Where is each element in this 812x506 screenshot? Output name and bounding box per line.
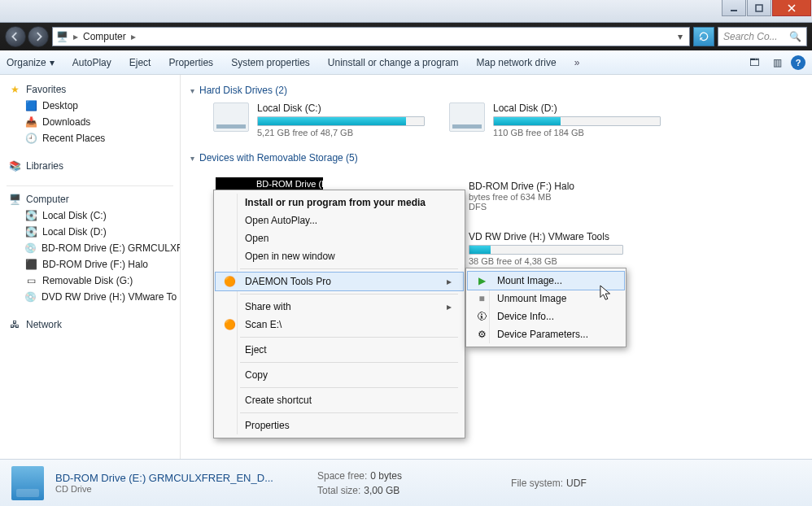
back-button[interactable] [5, 26, 26, 47]
ctx-share-with[interactable]: Share with▸ [216, 298, 463, 316]
chevron-right-icon: ▸ [73, 31, 78, 42]
search-box[interactable]: Search Co... 🔍 [718, 27, 807, 46]
sidebar-item-downloads[interactable]: 📥Downloads [3, 114, 177, 130]
computer-group[interactable]: 🖥️Computer [3, 191, 177, 207]
sub-unmount-image[interactable]: ■Unmount Image [468, 290, 624, 308]
preview-pane-button[interactable]: ▥ [768, 55, 786, 71]
drive-f-line2: bytes free of 634 MB [469, 192, 574, 202]
disk-icon: 💽 [24, 209, 37, 222]
submenu-arrow-icon: ▸ [447, 276, 452, 287]
category-hdd[interactable]: ▾Hard Disk Drives (2) [190, 85, 802, 96]
computer-icon: 🖥️ [56, 31, 68, 42]
ctx-properties[interactable]: Properties [216, 417, 463, 434]
autoplay-button[interactable]: AutoPlay [72, 57, 111, 68]
ctx-copy[interactable]: Copy [216, 366, 463, 384]
gear-icon: ⚙ [474, 329, 489, 340]
sub-device-info[interactable]: 🛈Device Info... [468, 308, 624, 325]
play-icon: ▶ [474, 275, 489, 286]
optical-icon: 💿 [24, 242, 37, 255]
view-mode-button[interactable]: 🗔 [745, 55, 763, 71]
drive-c[interactable]: Local Disk (C:) 5,21 GB free of 48,7 GB [213, 103, 425, 137]
libraries-icon: 📚 [8, 159, 21, 172]
network-icon: 🖧 [8, 318, 21, 331]
sidebar-item-local-d[interactable]: 💽Local Disk (D:) [3, 224, 177, 240]
sidebar-item-local-c[interactable]: 💽Local Disk (C:) [3, 207, 177, 224]
sidebar-item-bd-f[interactable]: ⬛BD-ROM Drive (F:) Halo [3, 256, 177, 273]
selected-item-type: CD Drive [55, 484, 273, 494]
address-bar[interactable]: 🖥️ ▸ Computer ▸ ▾ [52, 27, 690, 46]
capacity-bar [469, 245, 623, 255]
computer-icon: 🖥️ [8, 193, 21, 206]
optical-icon: 💿 [24, 290, 37, 303]
selected-item-title: BD-ROM Drive (E:) GRMCULXFRER_EN_D... [55, 472, 273, 484]
ctx-scan[interactable]: 🟠Scan E:\ [216, 316, 463, 334]
favorites-group[interactable]: ★Favorites [3, 81, 177, 98]
command-bar: Organize ▾ AutoPlay Eject Properties Sys… [0, 50, 812, 75]
help-button[interactable]: ? [791, 55, 805, 70]
navigation-bar: 🖥️ ▸ Computer ▸ ▾ Search Co... 🔍 [0, 23, 812, 50]
capacity-bar [257, 116, 425, 126]
collapse-icon: ▾ [190, 154, 194, 163]
minimize-button[interactable] [722, 0, 746, 16]
daemon-icon: 🟠 [222, 276, 237, 287]
maximize-button[interactable] [747, 0, 771, 16]
ctx-open[interactable]: Open [216, 229, 463, 247]
refresh-button[interactable] [693, 27, 714, 46]
address-dropdown[interactable]: ▾ [674, 31, 686, 42]
sub-device-parameters[interactable]: ⚙Device Parameters... [468, 325, 624, 343]
sidebar-item-bd-e[interactable]: 💿BD-ROM Drive (E:) GRMCULXF [3, 240, 177, 256]
navigation-pane: ★Favorites 🟦Desktop 📥Downloads 🕘Recent P… [0, 75, 181, 459]
close-button[interactable] [772, 0, 811, 16]
search-placeholder: Search Co... [723, 31, 778, 42]
usb-icon: ▭ [24, 274, 37, 287]
breadcrumb[interactable]: Computer [83, 31, 126, 42]
overflow-button[interactable]: » [574, 57, 580, 68]
libraries-group[interactable]: 📚Libraries [3, 158, 177, 174]
sidebar-item-removable-g[interactable]: ▭Removable Disk (G:) [3, 273, 177, 289]
properties-button[interactable]: Properties [168, 57, 213, 68]
category-removable[interactable]: ▾Devices with Removable Storage (5) [190, 152, 802, 164]
organize-menu[interactable]: Organize ▾ [7, 57, 55, 68]
recent-icon: 🕘 [24, 132, 37, 145]
ctx-open-autoplay[interactable]: Open AutoPlay... [216, 212, 463, 229]
search-icon: 🔍 [789, 31, 801, 42]
disk-icon [449, 103, 485, 132]
context-header: Install or run program from your media [216, 194, 463, 212]
stop-icon: ■ [474, 293, 489, 304]
drive-d[interactable]: Local Disk (D:) 110 GB free of 184 GB [449, 103, 661, 137]
ctx-daemon-tools[interactable]: 🟠DAEMON Tools Pro▸ [215, 272, 464, 291]
window-titlebar [0, 0, 812, 23]
desktop-icon: 🟦 [24, 99, 37, 112]
chevron-down-icon: ▾ [50, 57, 55, 68]
context-submenu: ▶Mount Image... ■Unmount Image 🛈Device I… [465, 268, 626, 347]
drive-h-label[interactable]: VD RW Drive (H:) VMware Tools [469, 231, 623, 242]
ctx-create-shortcut[interactable]: Create shortcut [216, 391, 463, 409]
star-icon: ★ [8, 83, 21, 96]
sidebar-item-desktop[interactable]: 🟦Desktop [3, 98, 177, 114]
drive-f-label[interactable]: BD-ROM Drive (F:) Halo [469, 181, 574, 192]
network-group[interactable]: 🖧Network [3, 316, 177, 333]
system-properties-button[interactable]: System properties [231, 57, 310, 68]
submenu-arrow-icon: ▸ [447, 301, 452, 312]
eject-button[interactable]: Eject [129, 57, 151, 68]
chevron-right-icon: ▸ [131, 31, 136, 42]
svg-rect-1 [756, 5, 762, 11]
uninstall-button[interactable]: Uninstall or change a program [328, 57, 459, 68]
status-filesystem: UDF [566, 478, 587, 489]
ctx-eject[interactable]: Eject [216, 341, 463, 359]
disk-icon [213, 103, 249, 132]
details-pane: BD-ROM Drive (E:) GRMCULXFRER_EN_D... CD… [0, 459, 812, 506]
ctx-open-new-window[interactable]: Open in new window [216, 247, 463, 265]
sidebar-item-dvd-h[interactable]: 💿DVD RW Drive (H:) VMware To [3, 289, 177, 305]
sidebar-item-recent[interactable]: 🕘Recent Places [3, 130, 177, 146]
forward-button[interactable] [28, 26, 49, 47]
collapse-icon: ▾ [190, 86, 194, 95]
map-drive-button[interactable]: Map network drive [477, 57, 557, 68]
drive-h-free: 38 GB free of 4,38 GB [469, 256, 623, 266]
selected-item-icon [11, 466, 44, 500]
sub-mount-image[interactable]: ▶Mount Image... [467, 271, 625, 290]
context-menu: Install or run program from your media O… [213, 190, 465, 438]
status-space-free: 0 bytes [370, 470, 402, 482]
drive-f-line3: DFS [469, 202, 574, 212]
disk-icon: 💽 [24, 225, 37, 238]
